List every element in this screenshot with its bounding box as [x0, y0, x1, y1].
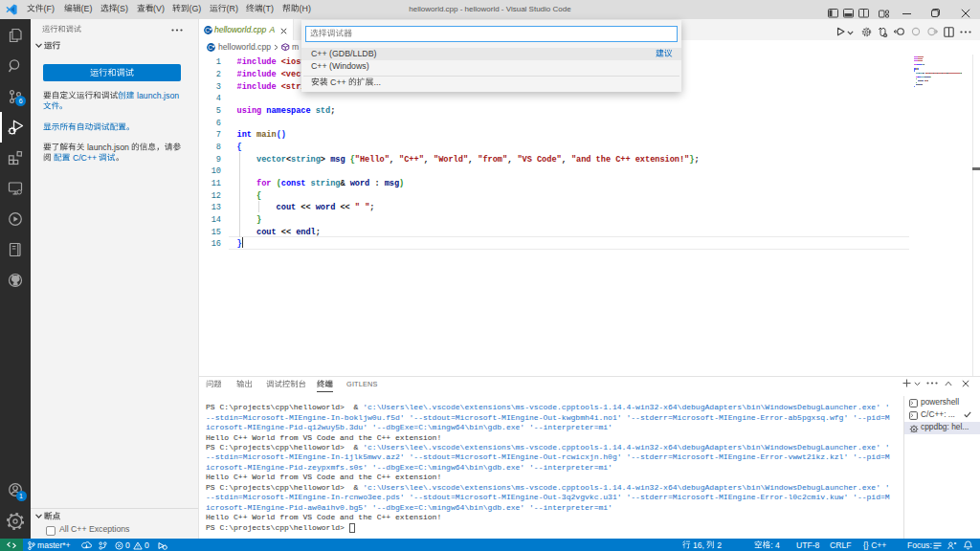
- svg-text:C: C: [205, 27, 210, 33]
- svg-text:C: C: [208, 44, 212, 51]
